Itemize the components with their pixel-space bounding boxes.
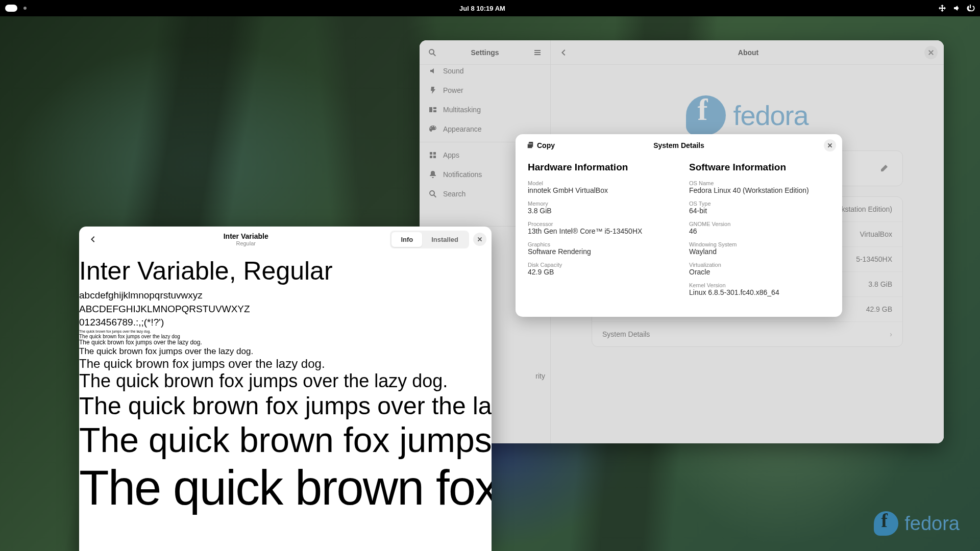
chevron-right-icon: › — [890, 330, 892, 338]
detail-key: Model — [528, 180, 669, 186]
fedora-wordmark: fedora — [733, 99, 808, 131]
sidebar-item-label: Power — [443, 86, 463, 94]
pencil-icon — [880, 164, 888, 172]
search-icon — [428, 48, 436, 57]
detail-key: Disk Capacity — [528, 262, 669, 268]
detail-value: Oracle — [689, 268, 830, 276]
info-value: VirtualBox — [860, 230, 892, 238]
about-back-button[interactable] — [555, 44, 572, 61]
info-row-system-details[interactable]: System Details › — [592, 322, 902, 346]
fedora-logo: fedora — [592, 95, 903, 135]
detail-value: Wayland — [689, 247, 830, 256]
sidebar-item-label: Multitasking — [443, 106, 481, 114]
font-title: Inter Variable — [102, 232, 390, 240]
font-uppercase: ABCDEFGHIJKLMNOPQRSTUVWXYZ — [79, 303, 492, 316]
detail-key: Virtualization — [689, 262, 830, 268]
pangram-line: The quick brown fox jumps over the lazy … — [79, 339, 492, 346]
sidebar-item-power[interactable]: Power — [420, 81, 550, 100]
pangram-line: The quick brown fox jumps over the lazy … — [79, 346, 492, 357]
font-back-button[interactable] — [84, 231, 102, 248]
about-title: About — [572, 48, 924, 57]
copy-button[interactable]: Copy — [522, 138, 560, 153]
info-value: 5-13450HX — [856, 255, 892, 263]
sidebar-item-label: Apps — [443, 151, 459, 159]
system-tray[interactable] — [938, 4, 975, 12]
fedora-mark-icon — [686, 95, 726, 135]
info-value: 3.8 GiB — [868, 280, 892, 288]
font-digits: 0123456789.:,;(*!?') — [79, 316, 492, 330]
detail-key: OS Type — [689, 201, 830, 207]
pangram-line: The quick brown fox jumps over the lazy … — [79, 460, 492, 516]
apps-icon — [429, 151, 437, 159]
top-bar: Jul 8 10:19 AM — [0, 0, 980, 16]
volume-icon — [952, 4, 961, 12]
copy-icon — [527, 142, 534, 149]
sidebar-item-label: Notifications — [443, 170, 482, 179]
activities-pill[interactable] — [5, 5, 17, 12]
detail-value: innotek GmbH VirtualBox — [528, 186, 669, 194]
close-icon — [477, 237, 482, 242]
detail-value: Linux 6.8.5-301.fc40.x86_64 — [689, 288, 830, 296]
system-details-title: System Details — [516, 141, 842, 149]
font-title-group: Inter Variable Regular — [102, 232, 390, 246]
power-icon — [967, 4, 975, 12]
pangram-line: The quick brown fox jumps over the lazy … — [79, 357, 492, 371]
clock[interactable]: Jul 8 10:19 AM — [459, 5, 505, 12]
detail-value: Fedora Linux 40 (Workstation Edition) — [689, 186, 830, 194]
detail-value: 64-bit — [689, 207, 830, 215]
tab-info[interactable]: Info — [391, 232, 422, 247]
detail-key: Windowing System — [689, 241, 830, 247]
tab-installed[interactable]: Installed — [422, 232, 468, 247]
workspace-dot[interactable] — [23, 7, 27, 10]
font-preview-body: Inter Variable, Regular abcdefghijklmnop… — [79, 252, 492, 516]
font-view-segmented-control: Info Installed — [390, 231, 469, 248]
sidebar-item-multitasking[interactable]: Multitasking — [420, 100, 550, 119]
detail-value: 13th Gen Intel® Core™ i5-13450HX — [528, 227, 669, 235]
pangram-line: The quick brown fox jumps over the lazy … — [79, 330, 492, 334]
detail-value: Software Rendering — [528, 247, 669, 256]
hamburger-icon — [533, 48, 542, 57]
appearance-icon — [429, 125, 437, 133]
power-icon — [429, 86, 437, 94]
pangram-line: The quick brown fox jumps over the lazy … — [79, 420, 492, 460]
font-viewer-window: Inter Variable Regular Info Installed In… — [79, 227, 492, 551]
software-info-heading: Software Information — [689, 162, 830, 173]
sidebar-search-button[interactable] — [424, 44, 441, 61]
software-info-column: Software Information OS NameFedora Linux… — [689, 162, 830, 303]
chevron-left-icon — [89, 235, 97, 243]
fedora-watermark: fedora — [874, 511, 960, 536]
hardware-info-column: Hardware Information Modelinnotek GmbH V… — [528, 162, 669, 303]
hardware-info-heading: Hardware Information — [528, 162, 669, 173]
detail-key: Memory — [528, 201, 669, 207]
font-close-button[interactable] — [473, 233, 486, 246]
sidebar-title: Settings — [441, 48, 529, 57]
multitasking-icon — [429, 106, 437, 114]
close-icon — [928, 49, 934, 56]
detail-key: Processor — [528, 221, 669, 227]
edit-device-name-button[interactable] — [876, 160, 892, 177]
detail-key: GNOME Version — [689, 221, 830, 227]
font-lowercase: abcdefghijklmnopqrstuvwxyz — [79, 289, 492, 303]
font-subtitle: Regular — [102, 240, 390, 246]
sound-icon — [429, 67, 437, 75]
pangram-line: The quick brown fox jumps over the lazy … — [79, 392, 492, 420]
detail-value: 3.8 GiB — [528, 207, 669, 215]
fedora-mark-icon — [874, 511, 898, 536]
sidebar-menu-button[interactable] — [529, 44, 546, 61]
settings-close-button[interactable] — [924, 46, 938, 59]
detail-key: Kernel Version — [689, 282, 830, 288]
sidebar-item-sound[interactable]: Sound — [420, 65, 550, 81]
network-icon — [938, 4, 946, 12]
fedora-wordmark: fedora — [904, 513, 960, 535]
sidebar-item-label: Sound — [443, 67, 463, 75]
bell-icon — [429, 170, 437, 179]
chevron-left-icon — [559, 48, 568, 57]
detail-value: 46 — [689, 227, 830, 235]
system-details-dialog: Copy System Details Hardware Information… — [516, 134, 842, 317]
close-icon — [827, 143, 832, 148]
pangram-line: The quick brown fox jumps over the lazy … — [79, 370, 492, 391]
sidebar-item-label: rity — [535, 372, 545, 380]
info-label: System Details — [602, 330, 650, 338]
system-details-close-button[interactable] — [824, 139, 836, 152]
detail-key: Graphics — [528, 241, 669, 247]
